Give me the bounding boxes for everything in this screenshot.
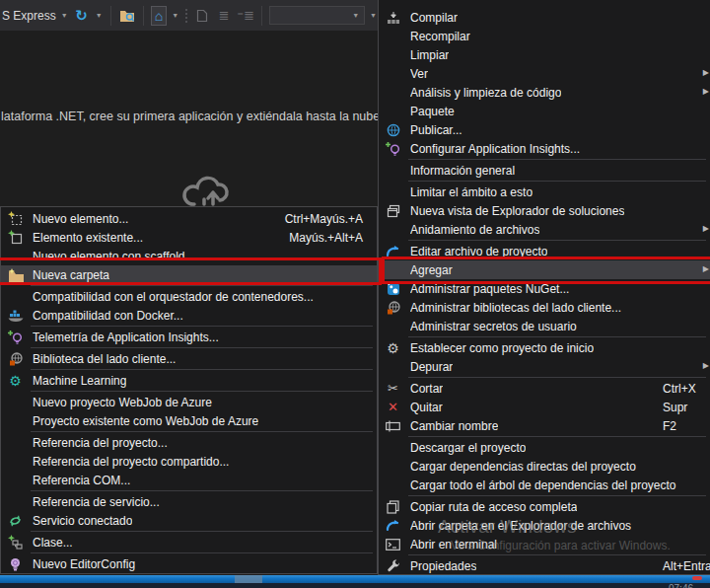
- icon-placeholder: [384, 222, 402, 238]
- gear-icon: ⚙: [384, 340, 402, 356]
- menu-item-cambiar-nombre[interactable]: Cambiar nombreF2: [379, 416, 710, 435]
- dropdown-caret-icon[interactable]: ▼: [61, 12, 68, 19]
- menu-item-label: Servicio conectado: [33, 514, 132, 528]
- vs-status-bar: [0, 575, 710, 583]
- menu-item-referencia-del-proyecto[interactable]: Referencia del proyecto...: [1, 433, 377, 452]
- menu-item-compatibilidad-con-el-orquestador-de-contenedores[interactable]: Compatibilidad con el orquestador de con…: [1, 287, 377, 306]
- menu-item-label: Machine Learning: [33, 374, 126, 388]
- taskbar-clock[interactable]: 07:46: [669, 583, 693, 588]
- menu-item-label: Telemetría de Application Insights...: [33, 331, 219, 344]
- menu-item-compatibilidad-con-docker[interactable]: Compatibilidad con Docker...: [1, 306, 377, 325]
- dropdown-caret-icon[interactable]: ▼: [96, 12, 103, 19]
- menu-item-label: Administrar secretos de usuario: [410, 320, 577, 333]
- menu-item-nuevo-editorconfig[interactable]: Nuevo EditorConfig: [1, 554, 377, 573]
- menu-item-referencia-del-proyecto-compartido[interactable]: Referencia del proyecto compartido...: [1, 452, 377, 471]
- icon-placeholder: [384, 459, 402, 475]
- menu-item-elemento-existente[interactable]: Elemento existente...Mayús.+Alt+A: [1, 228, 377, 247]
- existingitem-icon: [6, 230, 25, 246]
- drag-grip-icon[interactable]: [183, 9, 189, 23]
- cloud-upload-icon: [180, 173, 236, 208]
- menu-item-machine-learning[interactable]: ⚙Machine Learning: [1, 371, 377, 390]
- toolbar-separator: [110, 6, 111, 26]
- menu-item-publicar[interactable]: Publicar...: [379, 120, 710, 139]
- menu-item-agregar[interactable]: Agregar▶: [379, 260, 710, 279]
- icon-placeholder: [384, 29, 402, 44]
- menu-item-cargar-todo-el-rbol-de-dependencias-del-proyecto[interactable]: Cargar todo el árbol de dependencias del…: [379, 476, 710, 494]
- build-icon: [384, 10, 402, 26]
- toolbar-combobox[interactable]: ▼: [269, 6, 365, 25]
- menu-item-ver[interactable]: Ver▶: [379, 64, 710, 83]
- menu-item-editar-archivo-de-proyecto[interactable]: Editar archivo de proyecto: [379, 242, 710, 260]
- menu-item-cargar-dependencias-directas-del-proyecto[interactable]: Cargar dependencias directas del proyect…: [379, 457, 710, 476]
- format-icon[interactable]: ⁼≣: [237, 4, 254, 28]
- menu-item-label: Nuevo elemento con scaffold...: [33, 250, 195, 263]
- menu-item-nuevo-elemento[interactable]: Nuevo elemento...Ctrl+Mayús.+A: [1, 209, 377, 228]
- home-button[interactable]: ⌂: [151, 6, 168, 26]
- menu-item-nueva-carpeta[interactable]: Nueva carpeta: [1, 265, 377, 284]
- menu-item-compilar[interactable]: Compilar: [379, 8, 710, 27]
- menu-item-servicio-conectado[interactable]: Servicio conectado: [1, 511, 377, 530]
- menu-item-abrir-en-terminal[interactable]: Abrir en terminal: [379, 535, 710, 553]
- menu-item-paquete[interactable]: Paquete: [379, 102, 710, 120]
- menu-item-label: Compatibilidad con Docker...: [33, 309, 183, 323]
- menu-item-anidamiento-de-archivos[interactable]: Anidamiento de archivos▶: [379, 220, 710, 239]
- notification-badge: [692, 576, 702, 580]
- menu-item-cortar[interactable]: ✂CortarCtrl+X: [379, 379, 710, 398]
- startpage-headline: lataforma .NET, cree su primera aplicaci…: [1, 110, 378, 123]
- menu-item-biblioteca-del-lado-cliente[interactable]: Biblioteca del lado cliente...: [1, 349, 377, 368]
- newitem-icon: [6, 211, 25, 227]
- menu-item-informaci-n-general[interactable]: Información general: [379, 161, 710, 180]
- menu-item-label: Análisis y limpieza de código: [410, 86, 561, 100]
- menu-item-establecer-como-proyecto-de-inicio[interactable]: ⚙Establecer como proyecto de inicio: [379, 338, 710, 357]
- menu-item-depurar[interactable]: Depurar▶: [379, 357, 710, 376]
- menu-separator: [31, 369, 373, 370]
- dropdown-caret-icon[interactable]: ▼: [172, 12, 178, 19]
- toolbar: S Express ▼ ↻ ▼ ⌂ ▼ ≣ ⁼≣ ▼ ▼: [0, 0, 378, 31]
- menu-item-clase[interactable]: Clase...: [1, 533, 377, 551]
- menu-separator: [408, 554, 706, 555]
- menu-item-nuevo-proyecto-webjob-de-azure[interactable]: Nuevo proyecto WebJob de Azure: [1, 393, 377, 411]
- menu-item-label: Establecer como proyecto de inicio: [410, 341, 594, 355]
- publish-icon: [384, 122, 402, 138]
- menu-separator: [408, 377, 706, 378]
- menu-item-label: Cargar dependencias directas del proyect…: [410, 460, 636, 474]
- docker-icon: [6, 308, 25, 324]
- menu-item-abrir-carpeta-en-el-explorador-de-archivos[interactable]: Abrir carpeta en el Explorador de archiv…: [379, 516, 710, 535]
- menu-item-administrar-bibliotecas-del-lado-cliente[interactable]: Administrar bibliotecas del lado cliente…: [379, 298, 710, 317]
- run-profile-label[interactable]: S Express: [2, 9, 56, 23]
- menu-item-recompilar[interactable]: Recompilar: [379, 27, 710, 45]
- menu-item-nuevo-elemento-con-scaffold[interactable]: Nuevo elemento con scaffold...: [1, 247, 377, 265]
- browse-folder-button[interactable]: [118, 4, 136, 28]
- menu-item-label: Abrir en terminal: [410, 538, 497, 551]
- new-file-button[interactable]: [193, 4, 211, 28]
- terminal-icon: [384, 537, 402, 552]
- overflow-caret-icon[interactable]: ▼: [370, 12, 377, 19]
- menu-item-an-lisis-y-limpieza-de-c-digo[interactable]: Análisis y limpieza de código▶: [379, 83, 710, 102]
- menu-item-propiedades[interactable]: PropiedadesAlt+Entrar: [379, 556, 710, 575]
- windows-taskbar: 07:46: [0, 583, 710, 588]
- menu-item-referencia-de-servicio[interactable]: Referencia de servicio...: [1, 492, 377, 511]
- menu-item-shortcut: Supr: [663, 401, 687, 414]
- menu-item-referencia-com[interactable]: Referencia COM...: [1, 471, 377, 489]
- menu-item-descargar-el-proyecto[interactable]: Descargar el proyecto: [379, 438, 710, 457]
- icon-placeholder: [384, 85, 402, 101]
- menu-item-nueva-vista-de-explorador-de-soluciones[interactable]: Nueva vista de Explorador de soluciones: [379, 201, 710, 220]
- menu-item-label: Ver: [410, 67, 428, 81]
- submenu-arrow-icon: ▶: [703, 265, 709, 273]
- menu-item-limpiar[interactable]: Limpiar: [379, 45, 710, 64]
- refresh-button[interactable]: ↻: [73, 4, 91, 28]
- menu-item-quitar[interactable]: ✕QuitarSupr: [379, 398, 710, 416]
- menu-item-limitar-el-mbito-a-esto[interactable]: Limitar el ámbito a esto: [379, 183, 710, 201]
- menu-item-copiar-ruta-de-acceso-completa[interactable]: Copiar ruta de acceso completa: [379, 497, 710, 516]
- menu-item-telemetr-a-de-application-insights[interactable]: Telemetría de Application Insights...: [1, 328, 377, 346]
- menu-separator: [408, 436, 706, 437]
- menu-item-administrar-secretos-de-usuario[interactable]: Administrar secretos de usuario: [379, 317, 710, 335]
- menu-separator: [31, 347, 373, 348]
- menu-item-configurar-application-insights[interactable]: Configurar Application Insights...: [379, 139, 710, 158]
- indent-icon[interactable]: ≣: [215, 4, 233, 28]
- menu-item-administrar-paquetes-nuget[interactable]: Administrar paquetes NuGet...: [379, 279, 710, 298]
- menu-item-shortcut: Ctrl+Mayús.+A: [285, 212, 363, 226]
- menu-item-label: Referencia del proyecto...: [33, 436, 168, 450]
- menu-item-label: Nuevo proyecto WebJob de Azure: [33, 396, 212, 409]
- menu-item-proyecto-existente-como-webjob-de-azure[interactable]: Proyecto existente como WebJob de Azure: [1, 411, 377, 430]
